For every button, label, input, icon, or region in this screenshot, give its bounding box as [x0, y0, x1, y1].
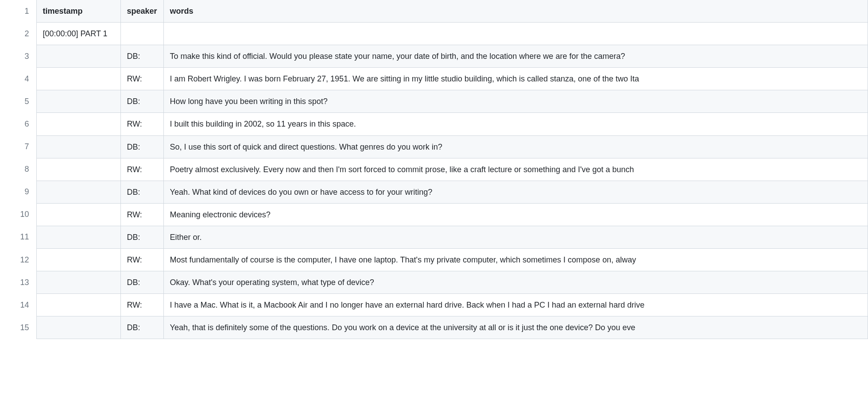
cell-speaker: DB:: [120, 271, 163, 294]
cell-timestamp: [36, 316, 120, 339]
cell-words: [163, 23, 868, 45]
cell-words: Most fundamentally of course is the comp…: [163, 249, 868, 271]
table-header-row: 1timestampspeakerwords: [0, 0, 868, 23]
cell-words: Either or.: [163, 226, 868, 248]
cell-words: I built this building in 2002, so 11 yea…: [163, 113, 868, 135]
col-header-speaker: speaker: [120, 0, 163, 23]
cell-timestamp: [00:00:00] PART 1: [36, 23, 120, 45]
cell-words: To make this kind of official. Would you…: [163, 45, 868, 68]
cell-speaker: RW:: [120, 203, 163, 226]
col-header-timestamp: timestamp: [36, 0, 120, 23]
cell-timestamp: [36, 113, 120, 135]
cell-speaker: RW:: [120, 113, 163, 135]
cell-speaker: RW:: [120, 158, 163, 181]
line-number: 8: [0, 158, 36, 181]
cell-speaker: DB:: [120, 135, 163, 158]
csv-table: 1timestampspeakerwords2[00:00:00] PART 1…: [0, 0, 868, 339]
table-row: 10RW:Meaning electronic devices?: [0, 203, 868, 226]
cell-speaker: DB:: [120, 226, 163, 248]
cell-timestamp: [36, 158, 120, 181]
cell-words: Yeah. What kind of devices do you own or…: [163, 181, 868, 203]
table-row: 14RW:I have a Mac. What is it, a Macbook…: [0, 294, 868, 316]
cell-words: Meaning electronic devices?: [163, 203, 868, 226]
line-number: 15: [0, 316, 36, 339]
line-number: 6: [0, 113, 36, 135]
line-number: 7: [0, 135, 36, 158]
cell-timestamp: [36, 249, 120, 271]
line-number: 13: [0, 271, 36, 294]
cell-words: Poetry almost exclusively. Every now and…: [163, 158, 868, 181]
table-row: 7DB:So, I use this sort of quick and dir…: [0, 135, 868, 158]
table-row: 4RW:I am Robert Wrigley. I was born Febr…: [0, 68, 868, 90]
line-number: 11: [0, 226, 36, 248]
cell-words: I am Robert Wrigley. I was born February…: [163, 68, 868, 90]
cell-timestamp: [36, 45, 120, 68]
table-row: 15DB:Yeah, that is definitely some of th…: [0, 316, 868, 339]
cell-timestamp: [36, 68, 120, 90]
table-row: 13DB:Okay. What's your operating system,…: [0, 271, 868, 294]
table-row: 11DB:Either or.: [0, 226, 868, 248]
table-row: 12RW:Most fundamentally of course is the…: [0, 249, 868, 271]
line-number: 5: [0, 90, 36, 113]
cell-words: Yeah, that is definitely some of the que…: [163, 316, 868, 339]
col-header-words: words: [163, 0, 868, 23]
table-row: 6RW:I built this building in 2002, so 11…: [0, 113, 868, 135]
line-number: 4: [0, 68, 36, 90]
cell-timestamp: [36, 271, 120, 294]
cell-timestamp: [36, 226, 120, 248]
cell-words: Okay. What's your operating system, what…: [163, 271, 868, 294]
line-number: 2: [0, 23, 36, 45]
table-row: 9DB:Yeah. What kind of devices do you ow…: [0, 181, 868, 203]
table-row: 3DB:To make this kind of official. Would…: [0, 45, 868, 68]
cell-speaker: DB:: [120, 181, 163, 203]
line-number: 3: [0, 45, 36, 68]
cell-speaker: RW:: [120, 294, 163, 316]
cell-timestamp: [36, 90, 120, 113]
cell-timestamp: [36, 135, 120, 158]
cell-timestamp: [36, 203, 120, 226]
table-row: 5DB:How long have you been writing in th…: [0, 90, 868, 113]
line-number: 9: [0, 181, 36, 203]
cell-speaker: [120, 23, 163, 45]
line-number: 12: [0, 249, 36, 271]
cell-speaker: DB:: [120, 90, 163, 113]
cell-speaker: DB:: [120, 45, 163, 68]
cell-timestamp: [36, 181, 120, 203]
cell-speaker: RW:: [120, 249, 163, 271]
cell-timestamp: [36, 294, 120, 316]
line-number: 1: [0, 0, 36, 23]
cell-speaker: DB:: [120, 316, 163, 339]
cell-words: How long have you been writing in this s…: [163, 90, 868, 113]
cell-words: So, I use this sort of quick and direct …: [163, 135, 868, 158]
cell-words: I have a Mac. What is it, a Macbook Air …: [163, 294, 868, 316]
line-number: 14: [0, 294, 36, 316]
table-row: 2[00:00:00] PART 1: [0, 23, 868, 45]
cell-speaker: RW:: [120, 68, 163, 90]
line-number: 10: [0, 203, 36, 226]
table-row: 8RW:Poetry almost exclusively. Every now…: [0, 158, 868, 181]
